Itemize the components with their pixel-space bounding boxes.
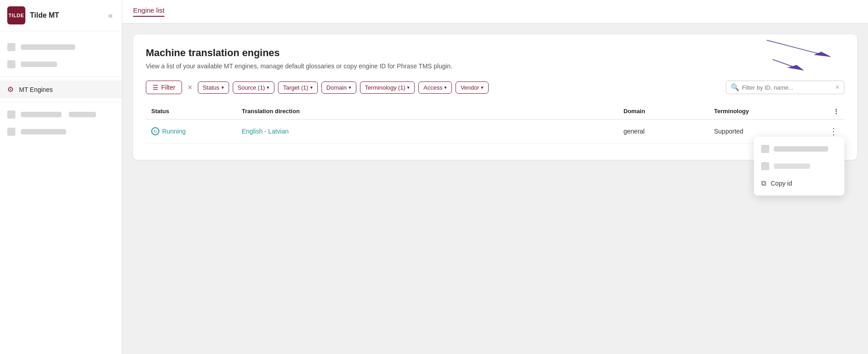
chip-target-arrow: ▾ bbox=[310, 85, 313, 91]
search-clear-button[interactable]: × bbox=[835, 84, 839, 91]
dropdown-sk-line-1 bbox=[774, 146, 828, 152]
skeleton-line-2 bbox=[21, 62, 57, 67]
card-subtitle: View a list of your available MT engines… bbox=[146, 62, 844, 70]
chip-status-label: Status bbox=[203, 84, 220, 91]
app-name: Tilde MT bbox=[30, 11, 59, 19]
col-header-actions: ⋮ bbox=[822, 108, 844, 115]
col-header-status: Status bbox=[146, 108, 236, 115]
chip-terminology-arrow: ▾ bbox=[407, 85, 410, 91]
chip-domain-arrow: ▾ bbox=[349, 85, 351, 91]
filter-label: Filter bbox=[161, 84, 175, 91]
cell-actions: ⋮ ⧉ Copy id bbox=[822, 126, 844, 137]
skeleton-line-3b bbox=[69, 112, 96, 117]
chip-access[interactable]: Access ▾ bbox=[418, 81, 452, 94]
table-row: ↻ Running English - Latvian general Supp… bbox=[146, 120, 844, 144]
dropdown-skeleton-2 bbox=[754, 158, 844, 175]
chip-status-arrow: ▾ bbox=[221, 85, 224, 91]
sidebar: TILDE Tilde MT « ⚙ MT Engines bbox=[0, 0, 122, 354]
col-header-terminology: Terminology bbox=[709, 108, 822, 115]
main-area: Engine list Machine translation engines … bbox=[122, 0, 868, 354]
chip-source-arrow: ▾ bbox=[267, 85, 269, 91]
nav-divider-2 bbox=[0, 102, 122, 102]
chip-terminology-label: Terminology (1) bbox=[365, 84, 406, 91]
toolbar-left: ☰ Filter × Status ▾ Source (1) ▾ Target … bbox=[146, 81, 489, 94]
context-menu: ⧉ Copy id bbox=[754, 137, 844, 196]
search-icon: 🔍 bbox=[731, 83, 739, 91]
chip-domain-label: Domain bbox=[326, 84, 347, 91]
chip-target[interactable]: Target (1) ▾ bbox=[278, 81, 318, 94]
skeleton-icon-1 bbox=[7, 43, 15, 51]
skeleton-line-3 bbox=[21, 112, 62, 117]
skeleton-icon-3 bbox=[7, 110, 15, 119]
skeleton-icon-4 bbox=[7, 128, 15, 136]
table-header: Status Translation direction Domain Term… bbox=[146, 103, 844, 120]
sidebar-logo: TILDE Tilde MT bbox=[7, 6, 59, 24]
nav-skeleton-2 bbox=[0, 56, 122, 73]
chip-terminology[interactable]: Terminology (1) ▾ bbox=[360, 81, 415, 94]
copy-id-label: Copy id bbox=[771, 180, 792, 187]
cell-translation-direction: English - Latvian bbox=[236, 128, 618, 135]
nav-divider-1 bbox=[0, 77, 122, 77]
sidebar-nav: ⚙ MT Engines bbox=[0, 31, 122, 354]
filter-button[interactable]: ☰ Filter bbox=[146, 81, 182, 94]
skeleton-line-4 bbox=[21, 129, 66, 134]
chip-status[interactable]: Status ▾ bbox=[198, 81, 229, 94]
chip-source[interactable]: Source (1) ▾ bbox=[233, 81, 275, 94]
skeleton-line-1 bbox=[21, 44, 75, 50]
more-actions-button[interactable]: ⋮ bbox=[827, 126, 840, 137]
dropdown-sk-line-2 bbox=[774, 163, 810, 169]
nav-skeleton-3 bbox=[0, 106, 122, 123]
cell-terminology: Supported bbox=[709, 128, 822, 135]
chip-vendor[interactable]: Vendor ▾ bbox=[456, 81, 489, 94]
copy-id-menu-item[interactable]: ⧉ Copy id bbox=[754, 175, 844, 192]
status-running-icon: ↻ bbox=[151, 127, 159, 135]
cell-status: ↻ Running bbox=[146, 127, 236, 135]
mt-engines-label: MT Engines bbox=[19, 86, 53, 93]
mt-engines-icon: ⚙ bbox=[7, 85, 14, 94]
chip-access-label: Access bbox=[423, 84, 442, 91]
chip-vendor-label: Vendor bbox=[460, 84, 479, 91]
sidebar-header: TILDE Tilde MT « bbox=[0, 0, 122, 31]
page-title: Engine list bbox=[133, 6, 164, 17]
content-area: Machine translation engines View a list … bbox=[122, 24, 868, 354]
chip-source-label: Source (1) bbox=[238, 84, 265, 91]
chip-access-arrow: ▾ bbox=[444, 85, 447, 91]
search-input[interactable] bbox=[742, 84, 833, 91]
status-running-label: Running bbox=[162, 128, 186, 135]
collapse-button[interactable]: « bbox=[106, 9, 115, 22]
status-running: ↻ Running bbox=[151, 127, 231, 135]
chip-target-label: Target (1) bbox=[283, 84, 308, 91]
chip-domain[interactable]: Domain ▾ bbox=[321, 81, 356, 94]
nav-skeleton-1 bbox=[0, 38, 122, 56]
dropdown-sk-icon-1 bbox=[761, 145, 769, 153]
search-box: 🔍 × bbox=[726, 81, 844, 94]
dropdown-sk-icon-2 bbox=[761, 162, 769, 170]
main-card: Machine translation engines View a list … bbox=[133, 34, 857, 160]
cell-domain: general bbox=[618, 128, 709, 135]
logo-box: TILDE bbox=[7, 6, 25, 24]
chip-vendor-arrow: ▾ bbox=[481, 85, 484, 91]
col-header-domain: Domain bbox=[618, 108, 709, 115]
sidebar-item-mt-engines[interactable]: ⚙ MT Engines bbox=[0, 81, 122, 98]
toolbar: ☰ Filter × Status ▾ Source (1) ▾ Target … bbox=[146, 81, 844, 94]
logo-text: TILDE bbox=[9, 13, 24, 18]
topbar: Engine list bbox=[122, 0, 868, 24]
filter-icon: ☰ bbox=[153, 84, 158, 91]
dropdown-skeleton-1 bbox=[754, 140, 844, 158]
nav-skeleton-4 bbox=[0, 123, 122, 140]
skeleton-icon-2 bbox=[7, 60, 15, 68]
copy-icon: ⧉ bbox=[761, 179, 766, 187]
col-header-translation-direction: Translation direction bbox=[236, 108, 618, 115]
clear-filters-button[interactable]: × bbox=[186, 83, 194, 91]
card-title: Machine translation engines bbox=[146, 47, 844, 59]
